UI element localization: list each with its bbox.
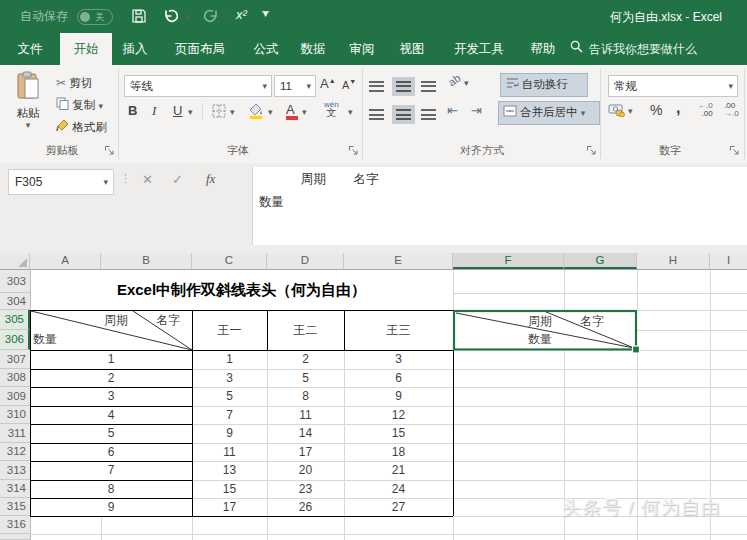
enter-button[interactable]: ✓ xyxy=(172,172,183,187)
align-top-icon[interactable] xyxy=(369,78,384,96)
number-format-combo[interactable]: 常规 ▾ xyxy=(608,75,738,97)
table-cell[interactable]: 7 xyxy=(30,461,192,480)
table-cell[interactable]: 2 xyxy=(267,350,344,369)
qat-customize-icon[interactable]: ─▾ xyxy=(262,6,269,28)
font-size-combo[interactable]: 11 ▾ xyxy=(274,75,316,97)
increase-decimal-button[interactable]: ←.0 .00 xyxy=(698,102,713,118)
table-cell[interactable]: 5 xyxy=(30,424,192,443)
tab-home[interactable]: 开始 xyxy=(60,33,112,65)
tab-data[interactable]: 数据 xyxy=(290,33,336,65)
diag-a-qty[interactable]: 数量 xyxy=(33,331,81,348)
paste-button[interactable]: 粘贴 ▾ xyxy=(6,68,50,144)
align-bottom-icon[interactable] xyxy=(421,78,436,96)
table-cell[interactable]: 24 xyxy=(344,480,453,498)
undo-dropdown-icon[interactable]: ▾ xyxy=(184,12,189,22)
cancel-button[interactable]: ✕ xyxy=(142,172,153,187)
fill-color-dropdown-icon[interactable]: ▾ xyxy=(268,107,273,117)
insert-function-button[interactable]: fx xyxy=(206,171,215,187)
merge-center-button[interactable]: 合并后居中 ▾ xyxy=(498,101,600,125)
phonetic-dropdown-icon[interactable]: ▾ xyxy=(348,107,353,117)
table-cell[interactable]: 6 xyxy=(30,443,192,461)
orientation-icon[interactable]: ab xyxy=(446,72,463,89)
table-cell[interactable]: 3 xyxy=(30,387,192,406)
table-cell[interactable]: 21 xyxy=(344,461,453,480)
tab-page-layout[interactable]: 页面布局 xyxy=(158,33,242,65)
table-cell[interactable]: 1 xyxy=(30,350,192,369)
font-color-icon[interactable]: A xyxy=(286,102,295,117)
bold-button[interactable]: B xyxy=(128,103,137,118)
sheet-title[interactable]: Excel中制作双斜线表头（何为自由） xyxy=(30,270,453,310)
tab-file[interactable]: 文件 xyxy=(8,33,52,65)
table-cell[interactable]: 17 xyxy=(267,443,344,461)
borders-dropdown-icon[interactable]: ▾ xyxy=(230,107,235,117)
font-dialog-launcher-icon[interactable] xyxy=(348,142,360,154)
col-title-wang3[interactable]: 王三 xyxy=(344,310,453,350)
increase-indent-icon[interactable]: ⇥ xyxy=(471,103,482,118)
superscript-button[interactable]: x² xyxy=(236,7,247,22)
table-cell[interactable]: 17 xyxy=(192,498,267,516)
tab-view[interactable]: 视图 xyxy=(388,33,436,65)
table-cell[interactable]: 5 xyxy=(192,387,267,406)
fill-color-icon[interactable] xyxy=(248,103,264,123)
align-middle-icon[interactable] xyxy=(396,78,411,96)
align-right-icon[interactable] xyxy=(421,106,436,124)
borders-icon[interactable] xyxy=(212,104,226,122)
table-cell[interactable]: 9 xyxy=(30,498,192,516)
italic-button[interactable]: I xyxy=(152,103,156,119)
table-cell[interactable]: 5 xyxy=(267,369,344,387)
decrease-indent-icon[interactable]: ⇤ xyxy=(447,103,458,118)
alignment-dialog-launcher-icon[interactable] xyxy=(586,142,598,154)
phonetic-guide-icon[interactable]: wén 文 xyxy=(324,101,339,117)
format-painter-button[interactable]: 格式刷 xyxy=(56,117,107,137)
redo-dropdown-icon[interactable]: ▾ xyxy=(223,12,228,22)
table-cell[interactable]: 20 xyxy=(267,461,344,480)
decrease-font-icon[interactable]: A▼ xyxy=(342,78,356,91)
autosave-toggle[interactable]: 关 xyxy=(77,9,113,25)
tab-help[interactable]: 帮助 xyxy=(522,33,564,65)
font-color-dropdown-icon[interactable]: ▾ xyxy=(302,107,307,117)
copy-button[interactable]: 复制 ▾ xyxy=(56,95,103,115)
table-cell[interactable]: 12 xyxy=(344,406,453,424)
table-cell[interactable]: 8 xyxy=(267,387,344,406)
table-cell[interactable]: 15 xyxy=(192,480,267,498)
col-title-wang2[interactable]: 王二 xyxy=(267,310,344,350)
col-title-wang1[interactable]: 王一 xyxy=(192,310,267,350)
table-cell[interactable]: 11 xyxy=(267,406,344,424)
comma-style-button[interactable]: , xyxy=(676,99,680,117)
tab-review[interactable]: 审阅 xyxy=(338,33,386,65)
diag-f-qty[interactable]: 数量 xyxy=(509,331,571,348)
save-icon[interactable] xyxy=(131,8,147,28)
table-cell[interactable]: 3 xyxy=(344,350,453,369)
underline-button[interactable]: U xyxy=(173,103,182,118)
diag-a-period[interactable]: 周期 xyxy=(88,312,144,329)
table-cell[interactable]: 3 xyxy=(192,369,267,387)
clipboard-dialog-launcher-icon[interactable] xyxy=(104,142,116,154)
table-cell[interactable]: 1 xyxy=(192,350,267,369)
table-cell[interactable]: 15 xyxy=(344,424,453,443)
accounting-format-icon[interactable] xyxy=(608,103,625,121)
table-cell[interactable]: 23 xyxy=(267,480,344,498)
table-cell[interactable]: 8 xyxy=(30,480,192,498)
tab-insert[interactable]: 插入 xyxy=(114,33,156,65)
table-cell[interactable]: 2 xyxy=(30,369,192,387)
font-name-combo[interactable]: 等线 ▾ xyxy=(124,75,272,97)
table-cell[interactable]: 26 xyxy=(267,498,344,516)
accounting-dropdown-icon[interactable]: ▾ xyxy=(628,106,633,116)
redo-icon[interactable] xyxy=(202,8,219,28)
tell-me-search[interactable]: 告诉我你想要做什么 xyxy=(570,40,697,59)
number-dialog-launcher-icon[interactable] xyxy=(729,142,741,154)
diag-f-name[interactable]: 名字 xyxy=(561,313,623,330)
tab-developer[interactable]: 开发工具 xyxy=(438,33,520,65)
wrap-text-button[interactable]: 自动换行 xyxy=(500,73,588,97)
orientation-dropdown-icon[interactable]: ▾ xyxy=(464,78,469,88)
name-box[interactable]: F305 ▾ xyxy=(8,169,114,195)
underline-dropdown-icon[interactable]: ▾ xyxy=(188,107,193,117)
percent-style-button[interactable]: % xyxy=(650,102,662,118)
table-cell[interactable]: 27 xyxy=(344,498,453,516)
tab-formulas[interactable]: 公式 xyxy=(244,33,288,65)
table-cell[interactable]: 7 xyxy=(192,406,267,424)
table-cell[interactable]: 6 xyxy=(344,369,453,387)
table-cell[interactable]: 9 xyxy=(192,424,267,443)
table-cell[interactable]: 4 xyxy=(30,406,192,424)
table-cell[interactable]: 13 xyxy=(192,461,267,480)
